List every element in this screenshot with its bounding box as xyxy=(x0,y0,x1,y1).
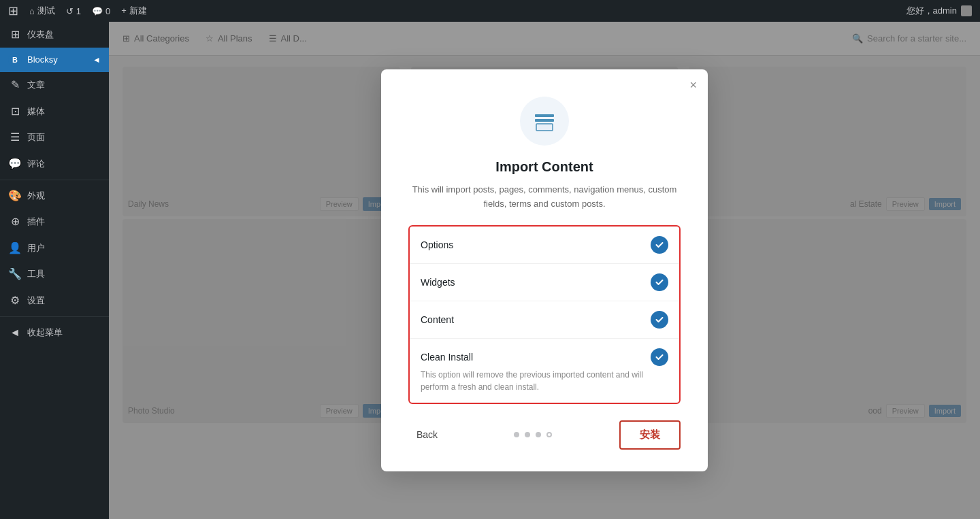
sidebar-item-plugins[interactable]: ⊕ 插件 xyxy=(0,209,109,235)
dashboard-icon: ⊞ xyxy=(8,27,22,42)
admin-bar-new[interactable]: + 新建 xyxy=(121,5,146,17)
sidebar-label-comments: 评论 xyxy=(27,158,45,170)
checkmark-widgets xyxy=(655,278,664,287)
options-box: Options Widgets xyxy=(408,225,681,404)
sidebar-label-blocksy: Blocksy xyxy=(27,54,58,66)
comments-count: 0 xyxy=(105,6,110,16)
svg-rect-0 xyxy=(535,114,554,117)
dot-4 xyxy=(546,432,552,437)
users-icon: 👤 xyxy=(8,241,22,256)
sidebar-item-pages[interactable]: ☰ 页面 xyxy=(0,124,109,150)
home-icon: ⌂ xyxy=(29,6,35,16)
sidebar-item-users[interactable]: 👤 用户 xyxy=(0,235,109,261)
sidebar-item-tools[interactable]: 🔧 工具 xyxy=(0,261,109,287)
option-row-content: Content xyxy=(410,301,679,339)
admin-bar-updates[interactable]: ↺ 1 xyxy=(66,6,81,16)
sidebar-label-tools: 工具 xyxy=(27,268,45,280)
sidebar-label-collapse: 收起菜单 xyxy=(27,327,63,339)
sidebar-label-media: 媒体 xyxy=(27,105,45,118)
media-icon: ⊡ xyxy=(8,104,22,119)
sidebar-item-dashboard[interactable]: ⊞ 仪表盘 xyxy=(0,22,109,48)
checkmark-options xyxy=(655,240,664,250)
appearance-icon: 🎨 xyxy=(8,188,22,203)
sidebar-item-media[interactable]: ⊡ 媒体 xyxy=(0,99,109,124)
comments-nav-icon: 💬 xyxy=(8,156,22,171)
install-button[interactable]: 安装 xyxy=(619,420,681,450)
settings-icon: ⚙ xyxy=(8,293,22,308)
svg-rect-2 xyxy=(536,124,553,131)
modal-title: Import Content xyxy=(408,159,681,175)
pagination-dots xyxy=(514,432,552,437)
sidebar-label-appearance: 外观 xyxy=(27,190,45,202)
updates-icon: ↺ xyxy=(66,6,74,16)
admin-bar-site[interactable]: ⌂ 测试 xyxy=(29,5,55,17)
checkmark-content xyxy=(655,315,664,324)
pages-icon: ☰ xyxy=(8,130,22,145)
sidebar-label-users: 用户 xyxy=(27,242,45,254)
dot-3 xyxy=(536,432,541,437)
admin-bar-right: 您好，admin xyxy=(906,5,972,17)
check-widgets[interactable] xyxy=(651,273,668,291)
sidebar-item-posts[interactable]: ✎ 文章 xyxy=(0,72,109,98)
sidebar-item-appearance[interactable]: 🎨 外观 xyxy=(0,183,109,209)
clean-install-desc: This option will remove the previous imp… xyxy=(421,369,668,393)
option-label-content: Content xyxy=(421,314,454,325)
sidebar-item-settings[interactable]: ⚙ 设置 xyxy=(0,288,109,314)
svg-rect-1 xyxy=(535,119,554,122)
modal-close-button[interactable]: × xyxy=(689,79,697,91)
avatar xyxy=(961,5,972,16)
blocksy-arrow: ◄ xyxy=(93,54,101,66)
check-clean-install[interactable] xyxy=(651,348,668,366)
main-content: ⊞ All Categories ☆ All Plans ☰ All D... … xyxy=(109,22,980,519)
posts-icon: ✎ xyxy=(8,78,22,93)
dot-2 xyxy=(525,432,530,437)
sidebar: ⊞ 仪表盘 B Blocksy ◄ ✎ 文章 ⊡ 媒体 ☰ 页面 💬 评论 🎨 … xyxy=(0,22,109,519)
wp-logo-icon: ⊞ xyxy=(8,3,18,18)
modal-icon-container xyxy=(520,97,569,146)
admin-bar-left: ⊞ ⌂ 测试 ↺ 1 💬 0 + 新建 xyxy=(8,3,896,18)
blocksy-icon: B xyxy=(8,53,22,67)
option-label-widgets: Widgets xyxy=(421,277,455,288)
new-label: + 新建 xyxy=(121,5,146,17)
greeting: 您好，admin xyxy=(906,5,957,17)
collapse-icon: ◄ xyxy=(8,325,22,340)
option-row-clean-install: Clean Install This option will remove th… xyxy=(410,339,679,403)
checkmark-clean-install xyxy=(655,352,664,362)
dot-1 xyxy=(514,432,519,437)
sidebar-item-collapse[interactable]: ◄ 收起菜单 xyxy=(0,320,109,346)
sidebar-label-pages: 页面 xyxy=(27,131,45,144)
option-label-options: Options xyxy=(421,239,453,250)
option-label-clean-install: Clean Install xyxy=(421,352,473,363)
option-row-options: Options xyxy=(410,227,679,264)
comments-icon: 💬 xyxy=(92,6,103,16)
clean-install-header: Clean Install xyxy=(421,348,668,366)
sidebar-item-blocksy[interactable]: B Blocksy ◄ xyxy=(0,48,109,72)
sidebar-label-dashboard: 仪表盘 xyxy=(27,29,54,41)
admin-bar-wp-logo[interactable]: ⊞ xyxy=(8,3,18,18)
check-options[interactable] xyxy=(651,236,668,254)
sidebar-label-settings: 设置 xyxy=(27,295,45,307)
tools-icon: 🔧 xyxy=(8,267,22,282)
option-row-widgets: Widgets xyxy=(410,264,679,301)
admin-bar: ⊞ ⌂ 测试 ↺ 1 💬 0 + 新建 您好，admin xyxy=(0,0,980,22)
plugins-icon: ⊕ xyxy=(8,214,22,229)
sidebar-label-plugins: 插件 xyxy=(27,216,45,228)
admin-bar-comments[interactable]: 💬 0 xyxy=(92,6,110,16)
modal-overlay: × Import Content This will import posts,… xyxy=(109,22,980,519)
updates-count: 1 xyxy=(76,6,81,16)
check-content[interactable] xyxy=(651,311,668,329)
sidebar-separator-1 xyxy=(0,180,109,180)
sidebar-label-posts: 文章 xyxy=(27,79,45,91)
modal-footer: Back 安装 xyxy=(408,420,681,450)
import-icon xyxy=(532,109,557,133)
import-modal: × Import Content This will import posts,… xyxy=(381,69,708,471)
sidebar-separator-2 xyxy=(0,316,109,317)
back-button[interactable]: Back xyxy=(408,424,446,446)
modal-description: This will import posts, pages, comments,… xyxy=(408,183,681,212)
site-name: 测试 xyxy=(37,5,55,17)
sidebar-item-comments[interactable]: 💬 评论 xyxy=(0,151,109,177)
